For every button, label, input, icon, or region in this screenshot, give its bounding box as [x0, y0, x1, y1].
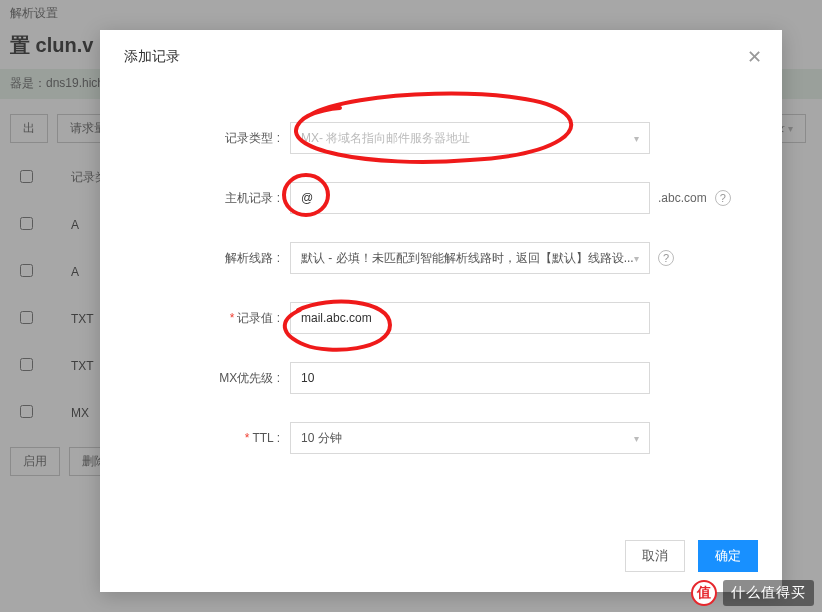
watermark-text: 什么值得买: [723, 580, 814, 606]
label-ttl: *TTL :: [130, 431, 290, 445]
watermark: 值 什么值得买: [691, 580, 814, 606]
label-mx: MX优先级 :: [130, 370, 290, 387]
mx-priority-input[interactable]: [290, 362, 650, 394]
cancel-button[interactable]: 取消: [625, 540, 685, 572]
modal-footer: 取消 确定: [615, 540, 758, 572]
label-line: 解析线路 :: [130, 250, 290, 267]
field-value: *记录值 :: [130, 302, 752, 334]
field-line: 解析线路 : 默认 - 必填！未匹配到智能解析线路时，返回【默认】线路设... …: [130, 242, 752, 274]
ok-button[interactable]: 确定: [698, 540, 758, 572]
chevron-down-icon: ▾: [634, 133, 639, 144]
record-value-input[interactable]: [290, 302, 650, 334]
field-host: 主机记录 : .abc.com ?: [130, 182, 752, 214]
field-mx: MX优先级 :: [130, 362, 752, 394]
label-host: 主机记录 :: [130, 190, 290, 207]
help-icon[interactable]: ?: [658, 250, 674, 266]
add-record-modal: 添加记录 ✕ 记录类型 : MX- 将域名指向邮件服务器地址 ▾ 主机记录 : …: [100, 30, 782, 592]
chevron-down-icon: ▾: [634, 433, 639, 444]
field-ttl: *TTL : 10 分钟 ▾: [130, 422, 752, 454]
chevron-down-icon: ▾: [634, 253, 639, 264]
watermark-badge-icon: 值: [691, 580, 717, 606]
label-value: *记录值 :: [130, 310, 290, 327]
label-record-type: 记录类型 :: [130, 130, 290, 147]
line-select[interactable]: 默认 - 必填！未匹配到智能解析线路时，返回【默认】线路设... ▾: [290, 242, 650, 274]
host-input[interactable]: [290, 182, 650, 214]
host-suffix: .abc.com: [658, 191, 707, 205]
help-icon[interactable]: ?: [715, 190, 731, 206]
field-record-type: 记录类型 : MX- 将域名指向邮件服务器地址 ▾: [130, 122, 752, 154]
close-icon[interactable]: ✕: [747, 46, 762, 68]
modal-title: 添加记录: [124, 48, 180, 64]
ttl-select[interactable]: 10 分钟 ▾: [290, 422, 650, 454]
record-type-select[interactable]: MX- 将域名指向邮件服务器地址 ▾: [290, 122, 650, 154]
